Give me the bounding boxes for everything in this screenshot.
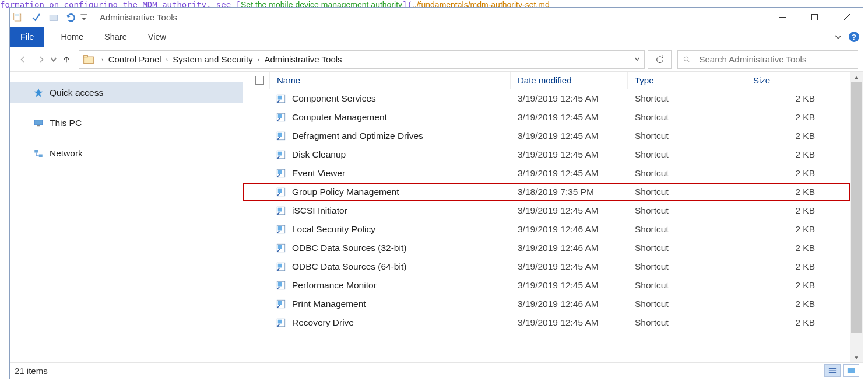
- file-explorer-window: Administrative Tools File Home Share Vie…: [9, 7, 863, 379]
- tab-view[interactable]: View: [138, 27, 177, 47]
- qat-dropdown-icon[interactable]: [80, 8, 88, 27]
- chevron-right-icon[interactable]: ›: [163, 56, 172, 63]
- file-date: 3/19/2019 12:45 AM: [511, 261, 628, 272]
- file-row[interactable]: iSCSI Initiator3/19/2019 12:45 AMShortcu…: [243, 201, 850, 220]
- file-row[interactable]: Local Security Policy3/19/2019 12:46 AMS…: [243, 220, 850, 239]
- properties-icon[interactable]: [10, 8, 27, 27]
- expand-ribbon-icon[interactable]: [834, 32, 843, 41]
- file-date: 3/19/2019 12:46 AM: [511, 299, 628, 309]
- scroll-thumb[interactable]: [851, 82, 862, 333]
- sidebar-item-this-pc[interactable]: This PC: [10, 113, 243, 134]
- search-input[interactable]: [699, 54, 853, 64]
- tab-file[interactable]: File: [10, 27, 44, 47]
- address-bar[interactable]: › Control Panel › System and Security › …: [79, 50, 645, 69]
- column-header-size[interactable]: Size: [746, 72, 850, 89]
- maximize-button[interactable]: [799, 8, 831, 27]
- forward-button[interactable]: [32, 47, 50, 71]
- svg-rect-38: [278, 282, 282, 287]
- file-row[interactable]: ODBC Data Sources (64-bit)3/19/2019 12:4…: [243, 257, 850, 276]
- shortcut-icon: [276, 187, 286, 197]
- svg-rect-9: [84, 57, 94, 64]
- shortcut-icon: [276, 243, 286, 253]
- file-size: 2 KB: [746, 299, 850, 309]
- file-type: Shortcut: [628, 280, 746, 291]
- svg-rect-15: [34, 150, 38, 153]
- column-header-type[interactable]: Type: [628, 72, 746, 89]
- folder-icon[interactable]: [45, 8, 62, 27]
- file-name: Defragment and Optimize Drives: [292, 131, 423, 141]
- address-dropdown-icon[interactable]: [634, 54, 641, 65]
- file-row[interactable]: Event Viewer3/19/2019 12:45 AMShortcut2 …: [243, 164, 850, 183]
- file-size: 2 KB: [746, 149, 850, 160]
- file-type: Shortcut: [628, 317, 746, 328]
- sidebar-item-quick-access[interactable]: Quick access: [10, 82, 243, 103]
- file-name: Local Security Policy: [292, 224, 375, 235]
- crumb-2[interactable]: Administrative Tools: [263, 54, 343, 64]
- details-view-button[interactable]: [824, 364, 841, 377]
- help-icon[interactable]: ?: [849, 32, 859, 42]
- chevron-right-icon[interactable]: ›: [254, 56, 263, 63]
- computer-icon: [33, 118, 44, 128]
- scroll-up-icon[interactable]: ▲: [850, 72, 863, 82]
- file-row[interactable]: Print Management3/19/2019 12:46 AMShortc…: [243, 295, 850, 313]
- file-row[interactable]: Computer Management3/19/2019 12:45 AMSho…: [243, 108, 850, 127]
- tab-share[interactable]: Share: [94, 27, 138, 47]
- shortcut-icon: [276, 299, 286, 309]
- thumbnails-view-button[interactable]: [843, 364, 859, 377]
- svg-rect-30: [278, 208, 282, 212]
- close-button[interactable]: [831, 8, 863, 27]
- column-header-name[interactable]: Name˄: [270, 72, 511, 89]
- svg-line-12: [688, 60, 690, 62]
- file-name: ODBC Data Sources (64-bit): [292, 261, 406, 272]
- file-list: Name˄ Date modified Type Size Component …: [243, 72, 850, 362]
- back-button[interactable]: [15, 47, 32, 71]
- up-button[interactable]: [58, 47, 75, 71]
- file-row[interactable]: Recovery Drive3/19/2019 12:45 AMShortcut…: [243, 313, 850, 332]
- file-type: Shortcut: [628, 243, 746, 253]
- file-row[interactable]: Defragment and Optimize Drives3/19/2019 …: [243, 127, 850, 145]
- minimize-button[interactable]: [767, 8, 799, 27]
- file-row[interactable]: ODBC Data Sources (32-bit)3/19/2019 12:4…: [243, 239, 850, 257]
- shortcut-icon: [276, 168, 286, 179]
- status-count: 21 items: [15, 366, 48, 376]
- file-row[interactable]: Component Services3/19/2019 12:45 AMShor…: [243, 89, 850, 108]
- column-header-date[interactable]: Date modified: [511, 72, 628, 89]
- svg-rect-20: [278, 114, 282, 118]
- select-all-checkbox[interactable]: [243, 72, 270, 89]
- file-row[interactable]: Group Policy Management3/18/2019 7:35 PM…: [243, 183, 850, 201]
- file-size: 2 KB: [746, 243, 850, 253]
- sidebar-item-network[interactable]: Network: [10, 143, 243, 164]
- svg-rect-2: [15, 14, 19, 15]
- file-row[interactable]: Disk Cleanup3/19/2019 12:45 AMShortcut2 …: [243, 145, 850, 164]
- svg-rect-10: [84, 55, 88, 57]
- checkmark-icon[interactable]: [27, 8, 45, 27]
- svg-rect-36: [278, 264, 282, 268]
- scroll-down-icon[interactable]: ▼: [850, 352, 863, 362]
- file-size: 2 KB: [746, 317, 850, 328]
- svg-rect-13: [34, 120, 43, 125]
- file-row[interactable]: Performance Monitor3/19/2019 12:45 AMSho…: [243, 276, 850, 295]
- star-icon: [33, 88, 44, 98]
- shortcut-icon: [276, 112, 286, 123]
- file-size: 2 KB: [746, 93, 850, 104]
- file-date: 3/19/2019 12:45 AM: [511, 149, 628, 160]
- undo-icon[interactable]: [62, 8, 80, 27]
- search-box[interactable]: [677, 50, 858, 69]
- title-bar: Administrative Tools: [10, 8, 863, 27]
- svg-rect-6: [812, 15, 818, 20]
- file-name: Event Viewer: [292, 168, 345, 179]
- chevron-right-icon[interactable]: ›: [98, 56, 107, 63]
- svg-rect-16: [39, 155, 43, 158]
- file-date: 3/19/2019 12:45 AM: [511, 280, 628, 291]
- crumb-0[interactable]: Control Panel: [107, 54, 163, 64]
- file-name: ODBC Data Sources (32-bit): [292, 243, 406, 253]
- recent-dropdown-icon[interactable]: [50, 47, 58, 71]
- file-size: 2 KB: [746, 280, 850, 291]
- file-date: 3/19/2019 12:45 AM: [511, 93, 628, 104]
- shortcut-icon: [276, 317, 286, 328]
- crumb-1[interactable]: System and Security: [171, 54, 254, 64]
- file-date: 3/19/2019 12:46 AM: [511, 224, 628, 235]
- refresh-button[interactable]: [648, 50, 672, 69]
- tab-home[interactable]: Home: [50, 27, 94, 47]
- vertical-scrollbar[interactable]: ▲ ▼: [850, 72, 863, 362]
